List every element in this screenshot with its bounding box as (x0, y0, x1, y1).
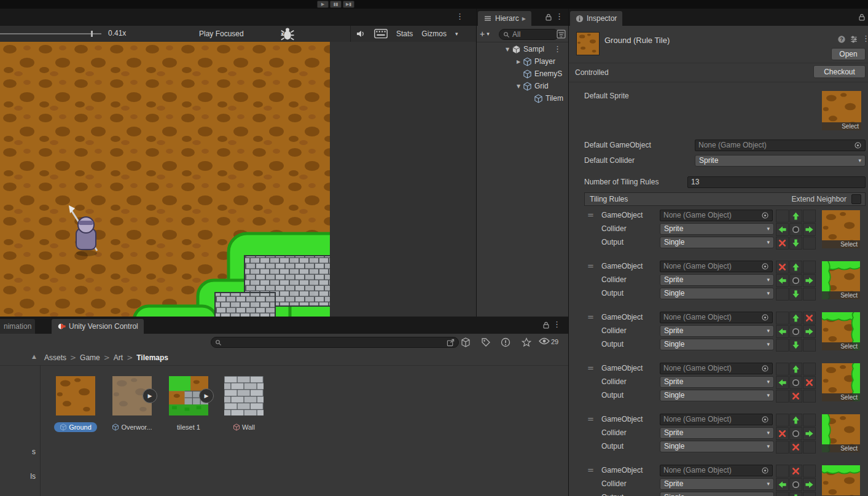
neighbor-cell-empty[interactable] (803, 465, 816, 478)
rule-sprite-preview[interactable]: Select (822, 312, 860, 350)
zoom-slider[interactable] (0, 33, 101, 34)
folder-item-partial[interactable]: s (32, 447, 36, 456)
neighbor-cell-empty[interactable] (776, 390, 789, 403)
neighbor-cell-empty[interactable] (803, 339, 816, 352)
rule-output-dropdown[interactable]: Single▾ (660, 237, 774, 248)
neighbor-cell-x[interactable] (803, 376, 816, 389)
neighbor-cell-right[interactable] (803, 274, 816, 287)
object-picker-icon[interactable] (761, 364, 769, 372)
select-button[interactable]: Select (822, 240, 860, 248)
neighbor-cell-empty[interactable] (803, 492, 816, 496)
rule-collider-dropdown[interactable]: Sprite▾ (660, 427, 774, 439)
hidden-count-eye-icon[interactable] (539, 337, 550, 346)
breadcrumb-item-assets[interactable]: Assets (44, 353, 66, 362)
neighbor-cell-center[interactable] (789, 325, 802, 338)
hierarchy-item-player[interactable]: ▶Player (477, 55, 569, 68)
rule-gameobject-field[interactable]: None (Game Object) (660, 414, 773, 425)
neighbor-cell-center[interactable] (789, 478, 802, 491)
import-package-icon[interactable] (461, 337, 471, 346)
hierarchy-item-tilem[interactable]: Tilem (477, 92, 569, 104)
neighbor-cell-empty[interactable] (776, 492, 789, 496)
neighbor-cell-center[interactable] (789, 427, 802, 440)
expand-arrow-icon[interactable]: ▼ (503, 47, 512, 52)
neighbor-cell-empty[interactable] (776, 414, 789, 427)
rule-collider-dropdown[interactable]: Sprite▾ (660, 325, 774, 337)
neighbor-cell-up[interactable] (789, 414, 802, 427)
rule-output-dropdown[interactable]: Single▾ (660, 288, 774, 299)
hierarchy-menu-icon[interactable]: ⋮ (555, 12, 563, 21)
tab-hierarchy[interactable]: Hierarc ▶ (478, 11, 531, 26)
item-menu-icon[interactable]: ⋮ (553, 45, 561, 53)
neighbor-cell-empty[interactable] (776, 363, 789, 376)
asset-thumbnail[interactable]: ▶ (169, 376, 208, 415)
rule-output-dropdown[interactable]: Single▾ (660, 441, 774, 452)
stats-button[interactable]: Stats (396, 30, 413, 38)
rule-sprite-preview[interactable]: Select (822, 363, 860, 401)
neighbor-cell-x[interactable] (803, 312, 816, 325)
neighbor-cell-empty[interactable] (803, 288, 816, 301)
rule-gameobject-field[interactable]: None (Game Object) (660, 465, 773, 476)
create-object-button[interactable]: + ▾ (480, 28, 490, 39)
step-button[interactable]: ▶▮ (343, 1, 354, 8)
rule-collider-dropdown[interactable]: Sprite▾ (660, 376, 774, 388)
asset-item-ground[interactable]: Ground (54, 376, 97, 432)
neighbor-cell-up[interactable] (789, 363, 802, 376)
neighbor-cell-center[interactable] (789, 376, 802, 389)
search-filter-icon[interactable] (557, 30, 566, 39)
asset-item-tileset-1[interactable]: ▶tileset 1 (167, 376, 210, 432)
neighbor-cell-left[interactable] (776, 223, 789, 236)
project-search-input[interactable] (211, 337, 459, 348)
debug-bug-button[interactable] (280, 28, 295, 39)
rule-drag-handle[interactable]: = (587, 312, 594, 321)
object-picker-icon[interactable] (761, 262, 769, 270)
breadcrumb-item-tilemaps[interactable]: Tilemaps (136, 353, 168, 362)
neighbor-cell-x[interactable] (789, 465, 802, 478)
neighbor-cell-right[interactable] (803, 223, 816, 236)
tiling-rules-count-field[interactable]: 13 (687, 176, 866, 188)
neighbor-cell-x[interactable] (789, 441, 802, 454)
hierarchy-item-grid[interactable]: ▼Grid (477, 80, 569, 92)
hierarchy-item-enemys[interactable]: EnemyS (477, 68, 569, 80)
zoom-slider-handle[interactable] (91, 31, 93, 37)
neighbor-cell-empty[interactable] (776, 339, 789, 352)
object-picker-icon[interactable] (761, 313, 769, 321)
neighbor-cell-center[interactable] (789, 223, 802, 236)
rule-gameobject-field[interactable]: None (Game Object) (660, 261, 773, 272)
pause-button[interactable]: ▮▮ (330, 1, 342, 8)
project-menu-icon[interactable]: ⋮ (553, 320, 561, 329)
asset-thumbnail[interactable] (56, 376, 95, 415)
expand-arrow-icon[interactable]: ▼ (514, 84, 523, 89)
breadcrumb-item-art[interactable]: Art (114, 353, 123, 362)
rule-collider-dropdown[interactable]: Sprite▾ (660, 223, 774, 235)
object-picker-icon[interactable] (761, 211, 769, 219)
rule-sprite-preview[interactable]: Select (822, 465, 860, 496)
shortcuts-keyboard-button[interactable] (374, 30, 388, 39)
object-picker-icon[interactable] (761, 466, 769, 474)
rule-gameobject-field[interactable]: None (Game Object) (660, 363, 773, 374)
scene-menu-icon[interactable]: ⋮ (456, 12, 464, 21)
neighbor-cell-left[interactable] (776, 274, 789, 287)
expand-arrow-icon[interactable]: ▶ (514, 59, 523, 65)
rule-drag-handle[interactable]: = (587, 261, 594, 270)
select-button[interactable]: Select (822, 393, 860, 401)
asset-item-overwor-[interactable]: ▶Overwor... (111, 376, 154, 432)
select-button[interactable]: Select (822, 122, 861, 130)
rule-collider-dropdown[interactable]: Sprite▾ (660, 478, 774, 490)
rule-sprite-preview[interactable]: Select (822, 261, 860, 299)
open-button[interactable]: Open (831, 48, 866, 60)
neighbor-cell-up[interactable] (789, 261, 802, 274)
neighbor-cell-empty[interactable] (803, 363, 816, 376)
expand-subassets-button[interactable]: ▶ (143, 388, 157, 403)
neighbor-cell-left[interactable] (776, 478, 789, 491)
checkout-button[interactable]: Checkout (813, 65, 866, 78)
search-in-window-icon[interactable] (447, 339, 455, 347)
neighbor-cell-empty[interactable] (803, 441, 816, 454)
breadcrumb-item-game[interactable]: Game (80, 353, 100, 362)
asset-thumbnail[interactable] (224, 376, 264, 415)
rule-output-dropdown[interactable]: Single▾ (660, 339, 774, 350)
neighbor-cell-right[interactable] (803, 325, 816, 338)
neighbor-cell-down[interactable] (789, 288, 802, 301)
neighbor-cell-empty[interactable] (776, 465, 789, 478)
neighbor-cell-empty[interactable] (776, 441, 789, 454)
neighbor-cell-down[interactable] (789, 237, 802, 250)
